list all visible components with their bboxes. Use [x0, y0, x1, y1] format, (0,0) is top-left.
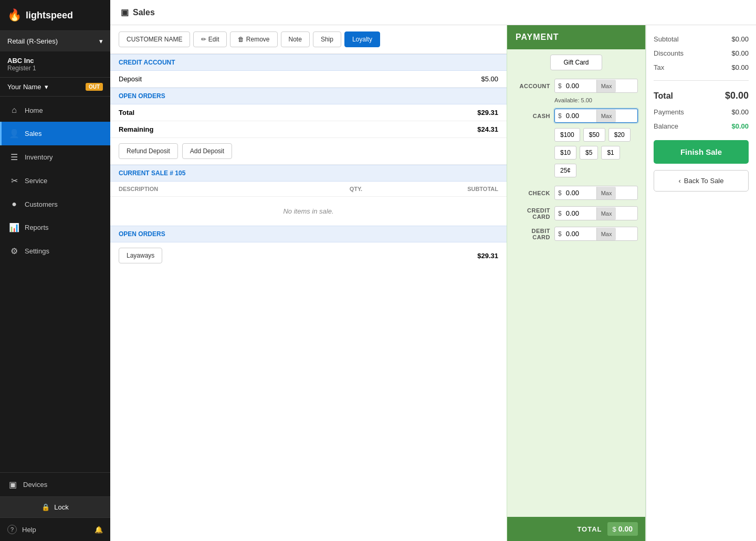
total-label-right: Total — [654, 91, 673, 101]
sidebar-item-reports[interactable]: 📊 Reports — [0, 216, 110, 239]
cash-max-button[interactable]: Max — [596, 110, 616, 122]
note-button[interactable]: Note — [281, 31, 310, 47]
gift-card-row: Gift Card — [507, 49, 645, 76]
finish-sale-button[interactable]: Finish Sale — [654, 140, 749, 164]
total-row: Total $29.31 — [110, 104, 507, 121]
deposit-actions: Refund Deposit Add Deposit — [110, 138, 507, 165]
cash-input[interactable] — [565, 109, 596, 122]
account-currency-sign: $ — [555, 82, 565, 90]
lock-button[interactable]: 🔒 Lock — [0, 496, 110, 518]
user-name: Your Name — [7, 83, 41, 91]
add-deposit-button[interactable]: Add Deposit — [182, 143, 232, 159]
edit-button[interactable]: ✏ Edit — [193, 31, 227, 47]
page-title: Sales — [133, 8, 155, 17]
user-info[interactable]: Your Name ▾ — [7, 83, 48, 91]
deposit-label: Deposit — [119, 75, 372, 83]
deposit-row: Deposit $5.00 — [110, 71, 507, 88]
payment-total-label: TOTAL — [514, 525, 607, 533]
back-to-sale-button[interactable]: ‹ Back To Sale — [654, 170, 749, 192]
store-info: ABC Inc Register 1 — [0, 51, 110, 78]
remove-button[interactable]: 🗑 Remove — [230, 31, 277, 47]
cash-20-button[interactable]: $20 — [608, 128, 631, 142]
sidebar-item-settings[interactable]: ⚙ Settings — [0, 239, 110, 263]
credit-card-input[interactable] — [565, 207, 596, 220]
sidebar-bottom: ▣ Devices 🔒 Lock ? Help 🔔 — [0, 472, 110, 541]
layaways-value: $29.31 — [477, 252, 498, 260]
sidebar-item-devices[interactable]: ▣ Devices — [0, 473, 110, 496]
devices-label: Devices — [23, 481, 47, 489]
credit-card-payment-row: CREDIT CARD $ Max — [507, 203, 645, 224]
tax-summary-row: Tax $0.00 — [654, 62, 749, 73]
account-max-button[interactable]: Max — [596, 80, 616, 92]
remove-icon: 🗑 — [238, 36, 244, 43]
help-icon: ? — [7, 525, 17, 534]
sidebar-item-customers[interactable]: ● Customers — [0, 193, 110, 216]
lock-label: Lock — [54, 503, 68, 511]
user-info-bar: Your Name ▾ OUT — [0, 78, 110, 97]
customers-icon: ● — [9, 199, 19, 209]
payment-total-value: 0.00 — [618, 525, 633, 533]
sidebar-item-home[interactable]: ⌂ Home — [0, 99, 110, 122]
check-input-wrap: $ Max — [554, 186, 638, 200]
cash-100-button[interactable]: $100 — [554, 128, 580, 142]
sidebar-item-label: Service — [25, 177, 47, 185]
summary-divider — [654, 80, 749, 81]
cash-10-button[interactable]: $10 — [554, 146, 576, 160]
check-max-button[interactable]: Max — [596, 187, 616, 199]
cash-50-button[interactable]: $50 — [583, 128, 605, 142]
credit-account-header: CREDIT ACCOUNT — [110, 54, 507, 71]
help-bar[interactable]: ? Help 🔔 — [0, 518, 110, 541]
cash-25c-button[interactable]: 25¢ — [554, 164, 576, 177]
cash-1-button[interactable]: $1 — [601, 146, 620, 160]
cash-payment-row: CASH $ Max — [507, 105, 645, 126]
discounts-label: Discounts — [654, 49, 684, 57]
remove-label: Remove — [246, 36, 270, 43]
sidebar-item-label: Inventory — [25, 153, 52, 161]
back-arrow-icon: ‹ — [679, 177, 681, 185]
account-label: ACCOUNT — [514, 83, 550, 89]
debit-card-label: DEBIT CARD — [514, 228, 550, 240]
customer-name-button[interactable]: CUSTOMER NAME — [119, 31, 190, 47]
inventory-icon: ☰ — [9, 152, 19, 162]
debit-card-input[interactable] — [565, 227, 596, 240]
check-input[interactable] — [565, 186, 596, 199]
layaways-button[interactable]: Layaways — [119, 248, 162, 263]
reports-icon: 📊 — [9, 222, 19, 232]
loyalty-button[interactable]: Loyalty — [344, 31, 380, 47]
cash-input-wrap: $ Max — [554, 109, 638, 123]
edit-icon: ✏ — [201, 36, 206, 43]
sidebar-item-inventory[interactable]: ☰ Inventory — [0, 145, 110, 169]
sidebar-item-label: Customers — [25, 200, 58, 208]
subtotal-label: Subtotal — [654, 35, 679, 43]
cash-5-button[interactable]: $5 — [580, 146, 598, 160]
main-content: CUSTOMER NAME ✏ Edit 🗑 Remove Note Ship … — [110, 25, 756, 541]
account-input[interactable] — [565, 79, 596, 92]
sidebar-item-label: Home — [25, 107, 43, 114]
chevron-down-icon: ▾ — [99, 37, 103, 45]
check-payment-row: CHECK $ Max — [507, 183, 645, 203]
service-icon: ✂ — [9, 176, 19, 186]
balance-label: Balance — [654, 122, 678, 130]
cash-25-row: 25¢ — [507, 162, 645, 179]
page-header: ▣ Sales — [110, 0, 756, 25]
total-amount-right: $0.00 — [725, 90, 749, 101]
sidebar-item-service[interactable]: ✂ Service — [0, 169, 110, 193]
subtotal-summary-row: Subtotal $0.00 — [654, 34, 749, 45]
help-label: Help — [22, 526, 36, 534]
sidebar-item-sales[interactable]: 👤 Sales — [0, 122, 110, 145]
home-icon: ⌂ — [9, 105, 19, 115]
deposit-value: $5.00 — [372, 75, 498, 83]
remaining-label: Remaining — [119, 125, 372, 133]
desc-col-header: DESCRIPTION — [119, 186, 309, 192]
user-arrow-icon: ▾ — [45, 83, 48, 91]
payments-summary-row: Payments $0.00 — [654, 107, 749, 118]
ship-button[interactable]: Ship — [313, 31, 341, 47]
remaining-value: $24.31 — [372, 125, 498, 133]
debit-card-payment-row: DEBIT CARD $ Max — [507, 224, 645, 244]
credit-card-max-button[interactable]: Max — [596, 207, 616, 220]
retail-dropdown[interactable]: Retail (R-Series) ▾ — [0, 31, 110, 51]
gift-card-button[interactable]: Gift Card — [550, 55, 602, 70]
lock-icon: 🔒 — [41, 503, 50, 511]
refund-deposit-button[interactable]: Refund Deposit — [119, 143, 178, 159]
debit-card-max-button[interactable]: Max — [596, 228, 616, 240]
